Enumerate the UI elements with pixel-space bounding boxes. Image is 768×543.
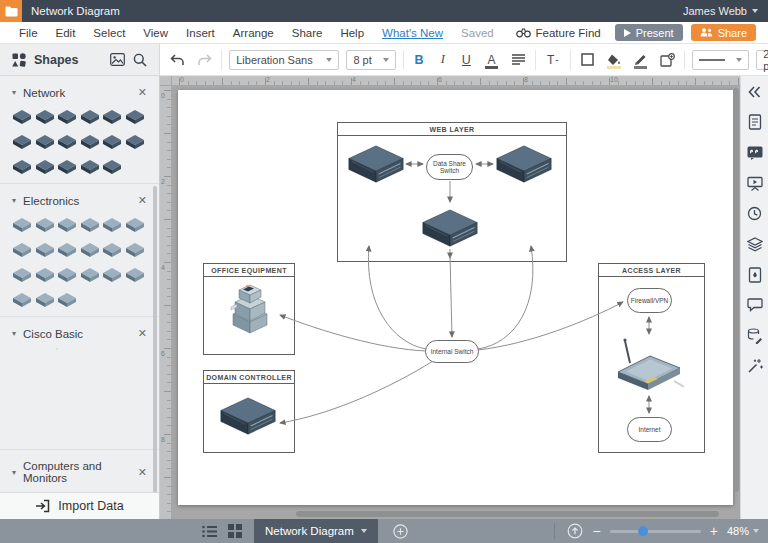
text-align-button[interactable] xyxy=(508,50,528,70)
network-shape[interactable] xyxy=(35,158,56,176)
font-size-select[interactable]: 8 pt xyxy=(346,50,395,70)
search-icon[interactable] xyxy=(133,53,147,67)
network-shape[interactable] xyxy=(102,133,123,151)
network-shape[interactable] xyxy=(35,133,56,151)
electronics-shape[interactable] xyxy=(80,266,101,284)
zoom-level[interactable]: 48% xyxy=(727,525,759,537)
electronics-shape[interactable] xyxy=(102,266,123,284)
electronics-shape[interactable] xyxy=(125,266,146,284)
shape-outline-button[interactable] xyxy=(578,50,598,70)
section-close-icon[interactable]: ✕ xyxy=(138,327,147,340)
cisco-shape[interactable] xyxy=(102,349,123,367)
present-button[interactable]: Present xyxy=(615,24,683,41)
cisco-shape[interactable] xyxy=(12,349,33,367)
network-shape[interactable] xyxy=(12,108,33,126)
cisco-shape[interactable] xyxy=(12,374,33,392)
cisco-shape[interactable] xyxy=(57,374,78,392)
text-color-button[interactable]: A xyxy=(482,50,502,70)
cisco-shape[interactable] xyxy=(80,349,101,367)
section-collapse-icon[interactable]: ▾ xyxy=(12,196,16,205)
electronics-shape[interactable] xyxy=(80,216,101,234)
cisco-shape[interactable] xyxy=(125,374,146,392)
shape-section-header[interactable]: ▾Network✕ xyxy=(0,81,159,106)
electronics-shape[interactable] xyxy=(12,291,33,309)
home-folder-button[interactable] xyxy=(0,0,22,22)
cisco-shape[interactable] xyxy=(80,399,101,417)
notes-icon[interactable] xyxy=(746,114,763,131)
wireless-router-shape[interactable] xyxy=(614,336,684,392)
cisco-shape[interactable] xyxy=(35,349,56,367)
cisco-shape[interactable] xyxy=(12,424,33,442)
page-grid-button[interactable] xyxy=(222,519,248,543)
h-scrollbar-thumb[interactable] xyxy=(296,511,719,517)
electronics-shape[interactable] xyxy=(125,216,146,234)
network-shape[interactable] xyxy=(57,108,78,126)
feature-find-button[interactable]: Feature Find xyxy=(516,27,601,39)
page-style-icon[interactable] xyxy=(746,266,763,283)
share-button[interactable]: Share xyxy=(691,24,756,41)
electronics-shape[interactable] xyxy=(57,241,78,259)
underline-button[interactable]: U xyxy=(458,53,475,67)
collapse-panel-icon[interactable] xyxy=(746,83,763,100)
add-page-button[interactable] xyxy=(388,519,414,543)
electronics-shape[interactable] xyxy=(35,216,56,234)
menu-item[interactable]: Share xyxy=(283,27,332,39)
electronics-shape[interactable] xyxy=(102,216,123,234)
electronics-shape[interactable] xyxy=(80,241,101,259)
cisco-shape[interactable] xyxy=(80,374,101,392)
line-color-button[interactable] xyxy=(631,50,651,70)
cisco-shape[interactable] xyxy=(35,399,56,417)
zoom-out-button[interactable]: − xyxy=(593,524,601,538)
internet-node[interactable]: Internet xyxy=(627,417,672,442)
network-shape[interactable] xyxy=(125,108,146,126)
layers-icon[interactable] xyxy=(746,236,763,253)
text-options-button[interactable]: T- xyxy=(543,50,563,70)
fill-color-button[interactable] xyxy=(604,50,624,70)
network-shape[interactable] xyxy=(80,133,101,151)
cisco-shape[interactable] xyxy=(12,399,33,417)
magic-wand-icon[interactable] xyxy=(746,358,763,375)
whats-new-link[interactable]: What's New xyxy=(373,27,452,39)
cisco-shape[interactable] xyxy=(125,399,146,417)
zoom-slider-knob[interactable] xyxy=(638,526,648,536)
v-scrollbar[interactable] xyxy=(733,88,739,509)
undo-button[interactable] xyxy=(168,50,188,70)
electronics-shape[interactable] xyxy=(12,241,33,259)
section-collapse-icon[interactable]: ▾ xyxy=(12,329,16,338)
v-scrollbar-thumb[interactable] xyxy=(733,88,739,492)
section-close-icon[interactable]: ✕ xyxy=(138,466,147,479)
h-scrollbar[interactable] xyxy=(174,511,730,517)
chat-icon[interactable] xyxy=(746,297,763,314)
menu-item[interactable]: Edit xyxy=(47,27,85,39)
zoom-slider[interactable] xyxy=(610,530,701,533)
web-server-right-shape[interactable] xyxy=(495,143,553,185)
menu-item[interactable]: Insert xyxy=(177,27,224,39)
electronics-shape[interactable] xyxy=(57,291,78,309)
web-server-left-shape[interactable] xyxy=(347,143,405,185)
cisco-shape[interactable] xyxy=(102,399,123,417)
shape-actions-button[interactable] xyxy=(657,50,677,70)
cisco-shape[interactable] xyxy=(125,349,146,367)
menu-item[interactable]: Help xyxy=(331,27,373,39)
firewall-vpn-node[interactable]: Firewall/VPN xyxy=(627,288,672,313)
line-style-select[interactable] xyxy=(692,50,749,70)
canvas-page[interactable]: WEB LAYER OFFICE EQUIPMENT DOMAIN CONTRO… xyxy=(178,90,733,505)
office-printer-shape[interactable] xyxy=(227,280,273,338)
electronics-shape[interactable] xyxy=(12,266,33,284)
electronics-shape[interactable] xyxy=(125,241,146,259)
section-close-icon[interactable]: ✕ xyxy=(138,86,147,99)
section-close-icon[interactable]: ✕ xyxy=(138,194,147,207)
slideshow-icon[interactable] xyxy=(746,175,763,192)
electronics-shape[interactable] xyxy=(35,241,56,259)
electronics-shape[interactable] xyxy=(35,291,56,309)
cisco-shape[interactable] xyxy=(35,374,56,392)
menu-item[interactable]: File xyxy=(10,27,47,39)
network-shape[interactable] xyxy=(12,158,33,176)
line-width-stepper[interactable]: 2 px xyxy=(756,50,768,70)
import-data-button[interactable]: Import Data xyxy=(0,492,159,519)
network-shape[interactable] xyxy=(57,133,78,151)
section-collapse-icon[interactable]: ▾ xyxy=(12,468,16,477)
network-shape[interactable] xyxy=(35,108,56,126)
menu-item[interactable]: View xyxy=(134,27,177,39)
user-menu[interactable]: James Webb xyxy=(683,5,758,17)
